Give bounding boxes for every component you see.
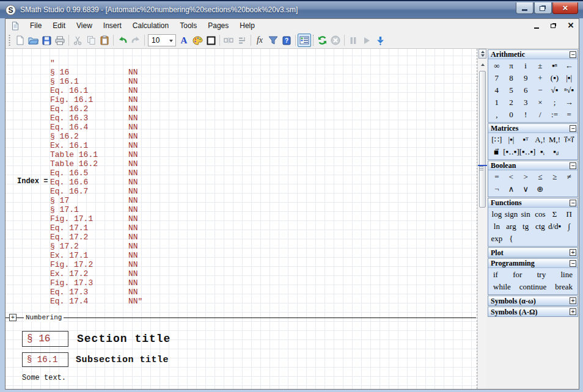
- scroll-up-button[interactable]: [479, 61, 486, 68]
- expand-icon[interactable]: +: [570, 249, 576, 256]
- section-number-box[interactable]: § 16: [22, 331, 68, 347]
- palette-item-[interactable]: ▪ᵀ: [518, 135, 533, 145]
- palette-item-[interactable]: ∨: [518, 184, 533, 194]
- mdi-minimize-button[interactable]: [532, 21, 541, 30]
- palette-item-arg[interactable]: arg: [504, 222, 519, 231]
- index-string-region[interactable]: "§ 16NN§ 16.1NNEq. 16.1NNFig. 16.1NNEq. …: [50, 59, 142, 306]
- print-button[interactable]: [53, 34, 67, 47]
- palette-item-[interactable]: ≤: [533, 172, 548, 182]
- new-button[interactable]: [13, 34, 26, 47]
- palette-item-8[interactable]: 8: [504, 73, 519, 83]
- subsection-title[interactable]: Subsection title: [76, 355, 169, 365]
- panel-header-plot[interactable]: Plot+: [488, 248, 578, 257]
- palette-item-[interactable]: <: [504, 172, 519, 182]
- align-button[interactable]: [235, 34, 249, 47]
- palette-item-[interactable]: :=: [548, 110, 562, 120]
- palette-item-[interactable]: [∷]: [490, 135, 504, 145]
- palette-item-[interactable]: !: [518, 110, 533, 120]
- palette-item-1[interactable]: 1: [490, 98, 504, 107]
- panel-header-functions[interactable]: Functions−: [488, 198, 578, 208]
- collapse-icon[interactable]: −: [570, 125, 576, 132]
- palette-item-[interactable]: ▪ⁿ: [548, 61, 562, 71]
- menu-item-pages[interactable]: Pages: [202, 20, 234, 32]
- palette-item-[interactable]: ▪ᵢⱼ: [549, 147, 563, 157]
- document-icon[interactable]: [11, 21, 20, 31]
- palette-item-5[interactable]: 5: [504, 85, 519, 95]
- scrollbar-thumb[interactable]: [479, 71, 486, 208]
- palette-item-0[interactable]: 0: [504, 110, 519, 120]
- palette-item-sin[interactable]: sin: [518, 209, 533, 219]
- palette-item-[interactable]: =: [562, 110, 576, 120]
- panel-header-matrices[interactable]: Matrices−: [488, 124, 578, 133]
- copy-button[interactable]: [84, 34, 98, 47]
- palette-item-sign[interactable]: sign: [504, 209, 519, 219]
- palette-item-try[interactable]: try: [537, 270, 546, 280]
- palette-item-4[interactable]: 4: [490, 85, 504, 95]
- toolbar-grip[interactable]: [8, 35, 11, 46]
- scrollbar-split-handle[interactable]: [479, 49, 486, 59]
- palette-item-[interactable]: [▪‥▪]: [503, 147, 519, 157]
- minimize-button[interactable]: [516, 2, 534, 14]
- palette-item-2[interactable]: 2: [504, 98, 519, 107]
- palette-item-ctg[interactable]: ctg: [533, 222, 548, 231]
- step-button[interactable]: [373, 34, 387, 47]
- border-button[interactable]: [204, 34, 218, 47]
- palette-item-[interactable]: ⊕: [533, 184, 548, 194]
- palette-item-[interactable]: ⁿ√▪: [562, 85, 576, 95]
- palette-item-tg[interactable]: tg: [518, 222, 533, 231]
- menu-item-tools[interactable]: Tools: [174, 20, 202, 32]
- cut-button[interactable]: [71, 34, 84, 47]
- palette-item-log[interactable]: log: [490, 209, 504, 219]
- palette-item-break[interactable]: break: [555, 282, 573, 292]
- palette-item-[interactable]: ±: [533, 61, 548, 71]
- show-panels-button[interactable]: [298, 34, 311, 47]
- palette-item-[interactable]: (▪): [548, 73, 562, 83]
- filter-button[interactable]: [266, 34, 280, 47]
- undo-button[interactable]: [116, 34, 129, 47]
- mdi-restore-button[interactable]: [549, 21, 558, 30]
- menu-item-help[interactable]: Help: [234, 20, 260, 32]
- palette-item-if[interactable]: if: [493, 270, 498, 280]
- palette-item-[interactable]: Σ: [548, 209, 562, 219]
- titlebar[interactable]: S SMath Studio 0.99.6839 - [Automatic%20…: [0, 0, 583, 18]
- menu-item-file[interactable]: File: [24, 20, 47, 32]
- open-button[interactable]: [26, 34, 40, 47]
- redo-button[interactable]: [129, 34, 142, 47]
- palette-item-[interactable]: ▪⃗: [490, 147, 503, 157]
- palette-item-[interactable]: →: [562, 98, 576, 107]
- abort-button[interactable]: [329, 34, 342, 47]
- palette-item-[interactable]: ¬: [490, 184, 504, 194]
- palette-item-6[interactable]: 6: [518, 85, 533, 95]
- palette-item-d-d[interactable]: d/d▪: [548, 222, 562, 231]
- palette-item-line[interactable]: line: [560, 270, 573, 280]
- panel-header-programming[interactable]: Programming−: [488, 259, 578, 268]
- recalculate-button[interactable]: [315, 34, 329, 47]
- palette-item-[interactable]: π: [504, 61, 519, 71]
- palette-item-a[interactable]: A,!: [533, 135, 548, 145]
- palette-item-[interactable]: ≥: [548, 172, 562, 182]
- palette-item-continue[interactable]: continue: [519, 282, 547, 292]
- palette-item-[interactable]: ı⃗×ı⃗: [562, 135, 576, 145]
- text-region-button[interactable]: [222, 34, 235, 47]
- panel-header-symbols[interactable]: Symbols (α-ω)+: [488, 296, 578, 305]
- palette-item-[interactable]: ←: [562, 61, 576, 71]
- collapse-icon[interactable]: −: [570, 51, 576, 58]
- section-title[interactable]: Section title: [77, 333, 170, 345]
- menu-item-insert[interactable]: Insert: [98, 20, 127, 32]
- subsection-number-box[interactable]: § 16.1: [22, 352, 68, 367]
- palette-item-ln[interactable]: ln: [490, 222, 504, 231]
- panel-header-symbols-a[interactable]: Symbols (A-Ω)+: [488, 307, 578, 316]
- close-button[interactable]: ×: [552, 2, 578, 14]
- restore-button[interactable]: [534, 2, 552, 14]
- palette-item-[interactable]: |▪|: [562, 73, 576, 83]
- palette-item-[interactable]: /: [533, 110, 548, 120]
- palette-item-[interactable]: Π: [562, 209, 576, 219]
- palette-item-[interactable]: ∫: [562, 222, 576, 231]
- palette-item-[interactable]: ▪ᵢ: [535, 147, 549, 157]
- menu-item-view[interactable]: View: [71, 20, 98, 32]
- expand-icon[interactable]: +: [570, 297, 576, 304]
- insert-function-button[interactable]: fx: [253, 34, 266, 47]
- panel-header-arithmetic[interactable]: Arithmetic−: [488, 50, 578, 59]
- play-button[interactable]: [360, 34, 373, 47]
- palette-item-exp[interactable]: exp: [490, 234, 504, 244]
